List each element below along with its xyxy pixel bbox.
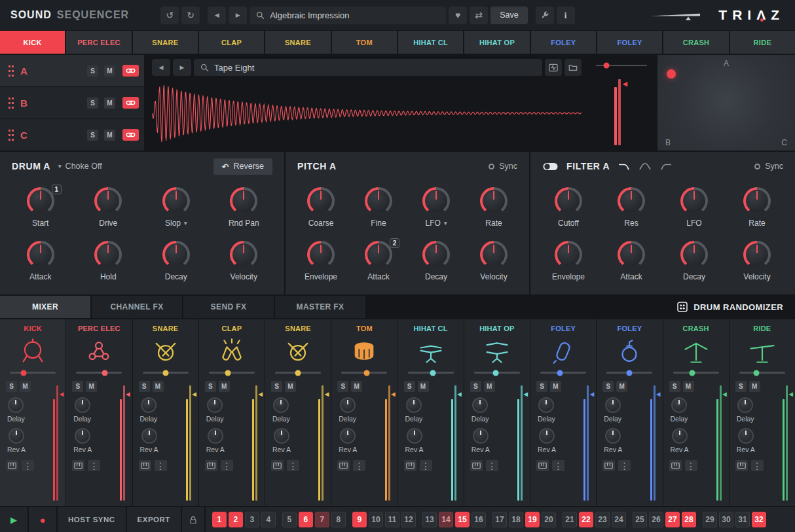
layer-solo-button[interactable]: S	[87, 65, 98, 77]
keyboard-button[interactable]	[271, 460, 284, 471]
knob-dial[interactable]	[555, 187, 582, 215]
step-cell[interactable]: 22	[579, 512, 593, 527]
step-cell[interactable]: 31	[735, 512, 750, 527]
channel-solo-button[interactable]: S	[337, 381, 348, 392]
channel-mute-button[interactable]: M	[219, 381, 230, 392]
play-button[interactable]: ▶	[0, 507, 28, 532]
channel-menu-button[interactable]: ⋮	[420, 460, 432, 471]
layer-link-button[interactable]	[122, 97, 139, 109]
step-cell[interactable]: 7	[315, 512, 329, 527]
keyboard-button[interactable]	[72, 460, 84, 471]
delay-send-knob[interactable]	[671, 397, 687, 413]
knob-dial[interactable]	[618, 187, 645, 215]
channel-level-slider[interactable]	[341, 372, 387, 374]
pad-crash[interactable]: CRASH	[663, 31, 728, 54]
pad-hihat-cl[interactable]: HIHAT CL	[398, 31, 463, 54]
slider-handle[interactable]	[102, 370, 107, 376]
knob-dial[interactable]	[365, 241, 392, 268]
step-cell[interactable]: 20	[542, 512, 556, 527]
host-sync-button[interactable]: HOST SYNC	[58, 507, 126, 532]
pad-foley-1[interactable]: FOLEY	[531, 31, 596, 54]
knob-res[interactable]: Res	[600, 181, 663, 234]
step-cell[interactable]: 26	[649, 512, 663, 527]
filter-power-toggle[interactable]	[542, 162, 559, 171]
knob-dial[interactable]	[27, 187, 54, 215]
delay-send-knob[interactable]	[472, 397, 488, 413]
knob-decay[interactable]: Decay	[663, 234, 726, 288]
mixer-channel-foley-2[interactable]: FOLEY S M Delay Rev A ⋮ ◀	[597, 319, 662, 506]
knob-envelope[interactable]: Envelope	[537, 234, 600, 288]
sample-prev-button[interactable]: ◀	[152, 59, 170, 76]
pad-snare-1[interactable]: SNARE	[133, 31, 198, 54]
keyboard-button[interactable]	[735, 460, 748, 471]
step-cell[interactable]: 23	[595, 512, 610, 527]
preset-next-button[interactable]: ▶	[229, 7, 247, 24]
step-cell[interactable]: 14	[439, 512, 453, 527]
slider-handle[interactable]	[557, 370, 563, 376]
mixer-channel-foley-1[interactable]: FOLEY S M Delay Rev A ⋮ ◀	[530, 319, 596, 506]
channel-mute-button[interactable]: M	[20, 381, 31, 392]
channel-level-slider[interactable]	[408, 372, 454, 374]
channel-mute-button[interactable]: M	[550, 381, 561, 392]
knob-cutoff[interactable]: Cutoff	[537, 181, 600, 234]
browse-folder-button[interactable]	[564, 59, 582, 76]
mixer-channel-snare-1[interactable]: SNARE S M Delay Rev A ⋮ ◀	[133, 319, 198, 506]
pad-clap[interactable]: CLAP	[199, 31, 264, 54]
channel-menu-button[interactable]: ⋮	[353, 460, 365, 471]
slider-handle[interactable]	[493, 370, 499, 376]
channel-mute-button[interactable]: M	[683, 381, 694, 392]
choke-dropdown[interactable]: ▾Choke Off	[58, 162, 102, 171]
preset-search[interactable]	[250, 7, 446, 24]
layer-xy-pad[interactable]: A B C	[657, 55, 795, 151]
sample-search[interactable]	[194, 59, 542, 76]
knob-dial[interactable]	[94, 241, 122, 268]
channel-menu-button[interactable]: ⋮	[221, 460, 233, 471]
delay-send-knob[interactable]	[737, 397, 753, 413]
slider-handle[interactable]	[162, 370, 168, 376]
mixer-channel-hihat-op[interactable]: HIHAT OP S M Delay Rev A ⋮ ◀	[464, 319, 530, 506]
step-cell[interactable]: 10	[369, 512, 383, 527]
reverb-send-knob[interactable]	[274, 428, 289, 444]
channel-solo-button[interactable]: S	[404, 381, 415, 392]
mixer-channel-kick[interactable]: KICK S M Delay Rev A ⋮ ◀	[0, 319, 65, 506]
knob-dial[interactable]	[743, 187, 771, 215]
step-cell[interactable]: 25	[633, 512, 647, 527]
step-cell[interactable]: 19	[525, 512, 540, 527]
delay-send-knob[interactable]	[141, 397, 157, 413]
channel-menu-button[interactable]: ⋮	[618, 460, 631, 471]
preset-search-input[interactable]	[270, 10, 439, 20]
step-cell[interactable]: 5	[282, 512, 297, 527]
knob-dial[interactable]	[230, 241, 257, 268]
step-cell[interactable]: 17	[492, 512, 507, 527]
mixer-channel-clap[interactable]: CLAP S M Delay Rev A ⋮ ◀	[199, 319, 265, 506]
layer-row-c[interactable]: C S M	[0, 119, 144, 151]
channel-menu-button[interactable]: ⋮	[155, 460, 167, 471]
slider-handle[interactable]	[627, 370, 633, 376]
channel-mute-button[interactable]: M	[351, 381, 362, 392]
delay-send-knob[interactable]	[75, 397, 90, 413]
slider-handle[interactable]	[363, 370, 369, 376]
knob-decay[interactable]: Decay	[407, 234, 465, 288]
step-cell[interactable]: 21	[563, 512, 577, 527]
channel-mute-button[interactable]: M	[749, 381, 760, 392]
step-cell[interactable]: 13	[422, 512, 437, 527]
filter-sync-toggle[interactable]: Sync	[754, 162, 783, 171]
random-preset-button[interactable]: ⇄	[470, 7, 488, 24]
tab-master-fx[interactable]: MASTER FX	[275, 296, 365, 318]
layer-mute-button[interactable]: M	[104, 98, 115, 109]
channel-mute-button[interactable]: M	[153, 381, 164, 392]
reverb-send-knob[interactable]	[208, 428, 223, 444]
export-button[interactable]: EXPORT	[127, 507, 181, 532]
knob-dial[interactable]	[618, 241, 645, 268]
reverb-send-knob[interactable]	[340, 428, 356, 444]
channel-level-slider[interactable]	[606, 372, 652, 374]
channel-solo-button[interactable]: S	[271, 381, 282, 392]
knob-dial[interactable]	[555, 241, 582, 268]
pitch-sync-toggle[interactable]: Sync	[489, 162, 517, 171]
sample-preview-button[interactable]	[545, 59, 562, 76]
knob-envelope[interactable]: Envelope	[292, 234, 350, 288]
tab-mixer[interactable]: MIXER	[0, 296, 90, 318]
knob-attack[interactable]: 2Attack	[350, 234, 407, 288]
channel-menu-button[interactable]: ⋮	[287, 460, 299, 471]
channel-solo-button[interactable]: S	[470, 381, 481, 392]
